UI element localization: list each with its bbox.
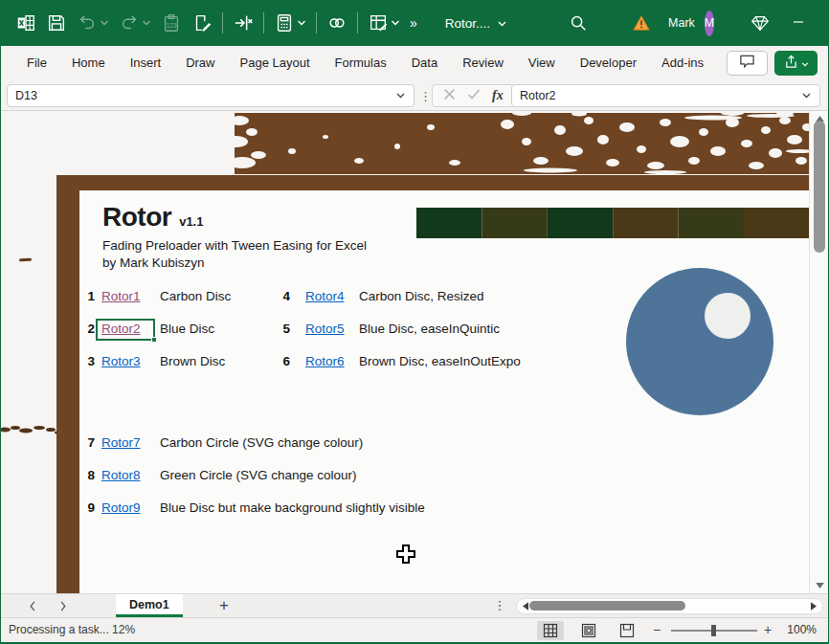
rotor3-link[interactable]: Rotor3 bbox=[101, 354, 141, 368]
zoom-out-button[interactable]: − bbox=[648, 618, 665, 642]
poster-background: Rotor v1.1 Fading Preloader with Tween E… bbox=[56, 175, 809, 593]
calculator-button[interactable] bbox=[269, 7, 311, 39]
prev-sheet-button[interactable] bbox=[21, 594, 44, 617]
tab-view[interactable]: View bbox=[516, 46, 568, 80]
redo-icon bbox=[119, 12, 140, 33]
add-sheet-button[interactable]: + bbox=[212, 594, 236, 617]
rotor6-link[interactable]: Rotor6 bbox=[305, 354, 345, 368]
doc-title: Rotor bbox=[102, 202, 171, 233]
swatch bbox=[548, 208, 613, 238]
save-button[interactable] bbox=[41, 7, 72, 39]
row-number: 5 bbox=[275, 322, 290, 336]
zoom-slider[interactable] bbox=[671, 630, 757, 632]
row-number: 4 bbox=[275, 289, 290, 303]
notification-button[interactable] bbox=[626, 7, 657, 39]
delete-cells-button[interactable] bbox=[228, 7, 258, 39]
vertical-scroll-thumb[interactable] bbox=[814, 121, 825, 253]
tab-data[interactable]: Data bbox=[399, 46, 450, 80]
tab-draw[interactable]: Draw bbox=[173, 46, 227, 80]
tab-add-ins[interactable]: Add-ins bbox=[649, 46, 716, 80]
tab-developer[interactable]: Developer bbox=[568, 46, 649, 80]
scroll-right-arrow[interactable] bbox=[807, 599, 820, 613]
clipboard-pen-icon bbox=[191, 12, 213, 33]
svg-text:123: 123 bbox=[167, 22, 177, 29]
formula-expand-icon[interactable] bbox=[801, 89, 812, 102]
confirm-entry-icon[interactable] bbox=[467, 88, 481, 103]
horizontal-scrollbar[interactable] bbox=[516, 598, 823, 614]
warning-icon bbox=[631, 12, 652, 33]
brush-smudge bbox=[1, 424, 60, 435]
avatar[interactable]: M bbox=[705, 11, 714, 36]
swatch bbox=[679, 208, 744, 238]
maximize-button[interactable] bbox=[820, 0, 829, 46]
cancel-entry-icon[interactable] bbox=[443, 88, 456, 103]
rotor-row-8: 8 Rotor8 Green Circle (SVG change colour… bbox=[79, 468, 482, 485]
paste-values-button[interactable]: 123 bbox=[156, 7, 187, 39]
link-button[interactable] bbox=[322, 7, 352, 39]
grunge-texture-band bbox=[235, 113, 809, 174]
search-button[interactable] bbox=[563, 7, 594, 39]
title-dropdown-icon bbox=[497, 16, 507, 31]
formula-buttons: fx bbox=[432, 84, 515, 107]
more-commands-button[interactable]: » bbox=[405, 7, 422, 39]
ribbon-tab-bar: File Home Insert Draw Page Layout Formul… bbox=[1, 46, 828, 80]
row-number: 8 bbox=[79, 468, 95, 482]
tab-formulas[interactable]: Formulas bbox=[323, 46, 399, 80]
sheet-edit-button[interactable] bbox=[363, 7, 405, 39]
rotor8-link[interactable]: Rotor8 bbox=[101, 468, 141, 482]
rotor1-link[interactable]: Rotor1 bbox=[101, 289, 141, 303]
page-layout-view-button[interactable] bbox=[575, 621, 602, 640]
whats-new-button[interactable] bbox=[745, 7, 775, 39]
row-description: Blue Disc but make background slightly v… bbox=[160, 500, 425, 515]
tab-review[interactable]: Review bbox=[450, 46, 516, 80]
rotor7-link[interactable]: Rotor7 bbox=[101, 435, 141, 450]
normal-view-button[interactable] bbox=[537, 621, 564, 640]
sheet-tab-demo1[interactable]: Demo1 bbox=[116, 594, 183, 617]
toolbar-separator bbox=[357, 12, 358, 33]
namebox-dropdown-icon[interactable] bbox=[395, 89, 406, 102]
page-break-view-button[interactable] bbox=[614, 621, 640, 640]
zoom-slider-thumb[interactable] bbox=[711, 625, 716, 636]
next-sheet-button[interactable] bbox=[52, 594, 75, 617]
preloader-disc bbox=[626, 268, 773, 415]
row-number: 1 bbox=[79, 289, 95, 303]
comments-button[interactable] bbox=[727, 51, 768, 76]
rotor-row-9: 9 Rotor9 Blue Disc but make background s… bbox=[79, 500, 482, 518]
rotor2-link[interactable]: Rotor2 bbox=[101, 322, 141, 336]
vertical-scrollbar[interactable] bbox=[809, 111, 828, 593]
zoom-in-button[interactable]: + bbox=[759, 618, 776, 642]
sheet-pen-icon bbox=[368, 12, 389, 33]
tab-file[interactable]: File bbox=[14, 46, 59, 80]
row-description: Blue Disc, easeInQuintic bbox=[359, 322, 500, 336]
tab-bar-menu[interactable]: ⋮ bbox=[491, 594, 508, 617]
tab-page-layout[interactable]: Page Layout bbox=[228, 46, 323, 80]
share-button[interactable] bbox=[774, 51, 818, 76]
window-title-chip[interactable]: Rotor.... bbox=[445, 16, 507, 31]
link-icon bbox=[326, 12, 347, 33]
excel-app-button[interactable] bbox=[11, 7, 41, 39]
undo-button[interactable] bbox=[72, 7, 114, 39]
formula-input[interactable]: Rotor2 bbox=[511, 84, 820, 107]
disc-body bbox=[626, 268, 773, 415]
redo-button[interactable] bbox=[114, 7, 156, 39]
rotor5-link[interactable]: Rotor5 bbox=[305, 322, 345, 336]
formula-value: Rotor2 bbox=[520, 89, 556, 102]
zoom-level[interactable]: 100% bbox=[787, 618, 817, 642]
tab-insert[interactable]: Insert bbox=[118, 46, 174, 80]
horizontal-scroll-thumb[interactable] bbox=[529, 601, 685, 611]
cell-cursor-icon bbox=[395, 544, 416, 565]
name-box[interactable]: D13 bbox=[7, 84, 414, 107]
minimize-button[interactable] bbox=[775, 0, 820, 46]
delete-cell-icon bbox=[233, 12, 254, 33]
scroll-down-arrow[interactable] bbox=[810, 578, 828, 593]
swatch bbox=[482, 208, 547, 238]
edit-mode-button[interactable] bbox=[187, 7, 217, 39]
rotor4-link[interactable]: Rotor4 bbox=[305, 289, 345, 303]
rotor9-link[interactable]: Rotor9 bbox=[101, 500, 141, 515]
tab-home[interactable]: Home bbox=[59, 46, 118, 80]
formula-bar-grip[interactable]: ⋮ bbox=[419, 80, 432, 111]
gem-icon bbox=[750, 12, 771, 33]
more-commands-label: » bbox=[410, 15, 417, 31]
row-description: Brown Disc, easeInOutExpo bbox=[359, 354, 521, 368]
insert-function-button[interactable]: fx bbox=[492, 88, 504, 103]
